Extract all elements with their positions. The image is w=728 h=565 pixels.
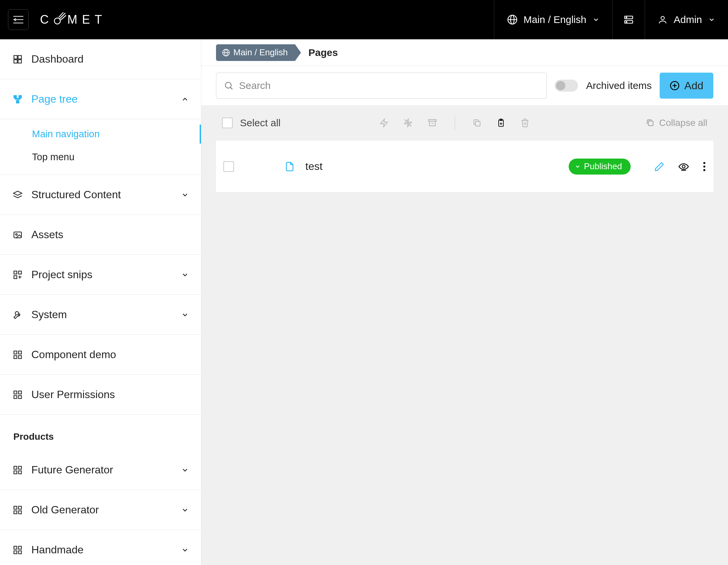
search-box[interactable] (216, 73, 547, 99)
svg-rect-34 (14, 395, 17, 398)
table-row[interactable]: test Published (216, 141, 713, 193)
dashboard-icon (12, 54, 23, 64)
svg-rect-46 (14, 551, 17, 554)
breadcrumb-scope-chip[interactable]: Main / English (216, 44, 295, 61)
sidebar-item-label: Handmade (31, 544, 84, 556)
pencil-icon (654, 161, 665, 172)
svg-point-3 (54, 18, 60, 24)
breadcrumb-current: Pages (308, 47, 338, 58)
svg-rect-43 (19, 511, 22, 514)
sidebar-item-dashboard[interactable]: Dashboard (0, 39, 201, 79)
svg-rect-39 (19, 471, 22, 474)
sidebar-item-label: Structured Content (31, 189, 121, 201)
chevron-down-icon (708, 16, 715, 23)
sidebar-item-label: Component demo (31, 348, 116, 361)
build-status-button[interactable] (612, 0, 645, 39)
svg-point-13 (626, 21, 627, 22)
svg-rect-66 (648, 121, 653, 126)
user-icon (658, 15, 668, 25)
svg-rect-25 (14, 271, 17, 274)
archive-icon (427, 118, 437, 128)
select-all-checkbox[interactable] (222, 118, 233, 128)
copy-button[interactable] (472, 118, 482, 128)
chevron-down-icon (575, 164, 581, 170)
collapse-icon (646, 118, 655, 128)
svg-line-52 (230, 87, 232, 89)
sidebar-item-label: Project snips (31, 269, 92, 281)
stack-icon (623, 14, 634, 25)
sidebar-heading-products: Products (0, 415, 201, 450)
sidebar-sub-main-navigation[interactable]: Main navigation (0, 123, 201, 146)
status-label: Published (584, 161, 622, 172)
globe-icon (222, 49, 230, 57)
preview-button[interactable] (678, 161, 689, 172)
svg-rect-30 (14, 355, 17, 358)
svg-point-70 (703, 165, 705, 167)
sidebar-item-page-tree[interactable]: Page tree (0, 79, 201, 119)
status-badge[interactable]: Published (569, 159, 631, 175)
trash-icon (520, 118, 530, 128)
row-menu-button[interactable] (703, 161, 706, 172)
sidebar-item-handmade[interactable]: Handmade (0, 530, 201, 565)
publish-button[interactable] (379, 118, 389, 128)
archived-toggle[interactable] (555, 80, 578, 92)
sidebar-sub-top-menu[interactable]: Top menu (0, 146, 201, 169)
copy-icon (472, 118, 482, 128)
add-button[interactable]: Add (660, 73, 713, 99)
grid-icon (12, 390, 23, 400)
svg-point-12 (626, 17, 627, 18)
search-input[interactable] (239, 80, 539, 91)
tree-icon (12, 94, 23, 104)
locale-label: Main / English (524, 14, 586, 25)
breadcrumb: Main / English Pages (201, 39, 728, 66)
svg-rect-29 (19, 351, 22, 354)
row-title: test (305, 160, 323, 173)
chevron-down-icon (592, 16, 600, 23)
user-label: Admin (674, 14, 702, 25)
add-button-label: Add (684, 80, 703, 92)
chevron-up-icon (181, 95, 189, 103)
brand: C MET (40, 13, 107, 27)
svg-point-24 (16, 234, 17, 235)
sidebar-sub-label: Main navigation (32, 129, 100, 139)
svg-rect-37 (19, 466, 22, 469)
collapse-all-button[interactable]: Collapse all (646, 118, 707, 128)
divider (455, 115, 455, 131)
sidebar-item-project-snips[interactable]: Project snips (0, 255, 201, 295)
image-icon (12, 230, 23, 240)
delete-button[interactable] (520, 118, 530, 128)
sidebar-item-component-demo[interactable]: Component demo (0, 335, 201, 375)
unpublish-button[interactable] (403, 118, 413, 128)
toolbar: Archived items Add (201, 66, 728, 105)
menu-collapse-icon (13, 15, 24, 24)
paste-button[interactable] (496, 118, 506, 128)
sidebar-item-system[interactable]: System (0, 295, 201, 335)
collapse-all-label: Collapse all (659, 118, 707, 128)
chevron-down-icon (181, 271, 189, 279)
collapse-sidebar-button[interactable] (8, 9, 29, 30)
sidebar-item-label: Future Generator (31, 464, 113, 476)
svg-rect-59 (429, 120, 436, 121)
svg-rect-18 (18, 60, 21, 63)
archive-button[interactable] (427, 118, 437, 128)
row-checkbox[interactable] (223, 161, 234, 172)
edit-button[interactable] (654, 161, 665, 172)
svg-rect-61 (476, 121, 480, 126)
svg-rect-41 (19, 506, 22, 509)
sidebar-item-assets[interactable]: Assets (0, 215, 201, 255)
locale-switcher[interactable]: Main / English (494, 0, 612, 39)
sidebar-item-structured-content[interactable]: Structured Content (0, 175, 201, 215)
grid-icon (12, 270, 23, 280)
sidebar-item-old-generator[interactable]: Old Generator (0, 490, 201, 530)
lightning-off-icon (403, 118, 413, 128)
svg-rect-42 (14, 511, 17, 514)
sidebar-item-future-generator[interactable]: Future Generator (0, 450, 201, 490)
svg-point-69 (703, 162, 705, 164)
layers-icon (12, 190, 23, 200)
sidebar-item-user-permissions[interactable]: User Permissions (0, 375, 201, 415)
svg-rect-36 (14, 466, 17, 469)
svg-rect-20 (19, 95, 22, 98)
user-menu[interactable]: Admin (645, 0, 728, 39)
svg-rect-19 (14, 95, 17, 98)
svg-rect-32 (14, 391, 17, 394)
